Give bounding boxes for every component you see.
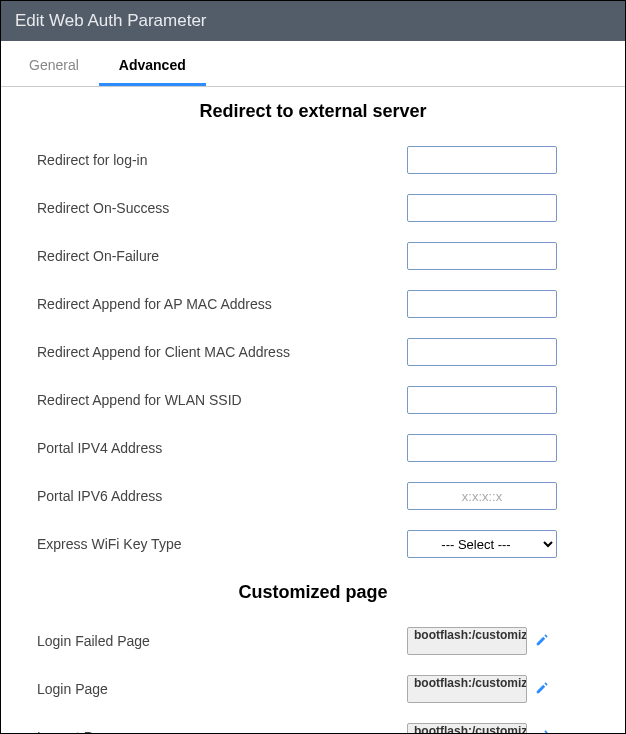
row-redirect-login: Redirect for log-in	[9, 136, 617, 184]
label-client-mac: Redirect Append for Client MAC Address	[37, 344, 407, 360]
input-logout-page[interactable]: bootflash:/customized/	[407, 723, 527, 733]
label-login-page: Login Page	[37, 681, 407, 697]
input-login-failed-page[interactable]: bootflash:/customized/	[407, 627, 527, 655]
row-portal-ipv6: Portal IPV6 Address	[9, 472, 617, 520]
section-redirect-title: Redirect to external server	[9, 101, 617, 122]
edit-web-auth-window: Edit Web Auth Parameter General Advanced…	[0, 0, 626, 734]
content-area: Redirect to external server Redirect for…	[1, 87, 625, 733]
input-wlan-ssid[interactable]	[407, 386, 557, 414]
edit-icon[interactable]	[535, 729, 549, 734]
row-client-mac: Redirect Append for Client MAC Address	[9, 328, 617, 376]
label-portal-ipv6: Portal IPV6 Address	[37, 488, 407, 504]
row-logout-page: Logout Page bootflash:/customized/	[9, 713, 617, 733]
label-ap-mac: Redirect Append for AP MAC Address	[37, 296, 407, 312]
row-login-failed-page: Login Failed Page bootflash:/customized/	[9, 617, 617, 665]
input-redirect-login[interactable]	[407, 146, 557, 174]
row-wlan-ssid: Redirect Append for WLAN SSID	[9, 376, 617, 424]
input-portal-ipv6[interactable]	[407, 482, 557, 510]
label-redirect-failure: Redirect On-Failure	[37, 248, 407, 264]
label-portal-ipv4: Portal IPV4 Address	[37, 440, 407, 456]
edit-icon[interactable]	[535, 633, 549, 650]
tab-general[interactable]: General	[9, 41, 99, 86]
input-ap-mac[interactable]	[407, 290, 557, 318]
row-redirect-failure: Redirect On-Failure	[9, 232, 617, 280]
tab-advanced[interactable]: Advanced	[99, 41, 206, 86]
input-redirect-failure[interactable]	[407, 242, 557, 270]
input-portal-ipv4[interactable]	[407, 434, 557, 462]
row-portal-ipv4: Portal IPV4 Address	[9, 424, 617, 472]
input-redirect-success[interactable]	[407, 194, 557, 222]
label-express-wifi: Express WiFi Key Type	[37, 536, 407, 552]
label-redirect-login: Redirect for log-in	[37, 152, 407, 168]
row-express-wifi: Express WiFi Key Type --- Select ---	[9, 520, 617, 568]
select-express-wifi[interactable]: --- Select ---	[407, 530, 557, 558]
edit-icon[interactable]	[535, 681, 549, 698]
row-login-page: Login Page bootflash:/customized/	[9, 665, 617, 713]
label-wlan-ssid: Redirect Append for WLAN SSID	[37, 392, 407, 408]
section-customized-title: Customized page	[9, 582, 617, 603]
tab-bar: General Advanced	[1, 41, 625, 87]
label-redirect-success: Redirect On-Success	[37, 200, 407, 216]
window-title: Edit Web Auth Parameter	[1, 1, 625, 41]
label-login-failed-page: Login Failed Page	[37, 633, 407, 649]
input-client-mac[interactable]	[407, 338, 557, 366]
label-logout-page: Logout Page	[37, 729, 407, 733]
row-redirect-success: Redirect On-Success	[9, 184, 617, 232]
row-ap-mac: Redirect Append for AP MAC Address	[9, 280, 617, 328]
input-login-page[interactable]: bootflash:/customized/	[407, 675, 527, 703]
